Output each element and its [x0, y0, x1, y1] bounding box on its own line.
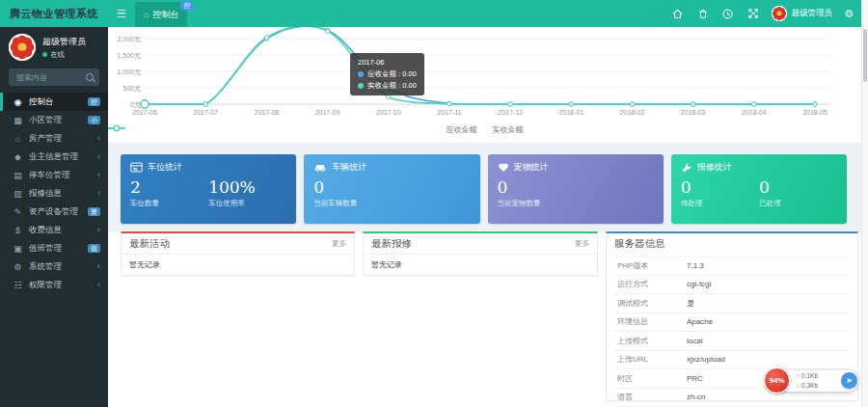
user-menu[interactable]: 超级管理员 [772, 6, 833, 21]
svg-text:1,000元: 1,000元 [117, 68, 141, 75]
server-info-label: 语言 [614, 392, 687, 402]
sidebar-item-asset[interactable]: ✎ 资产设备管理资 [0, 203, 108, 221]
svg-text:1,500元: 1,500元 [117, 52, 141, 59]
card-label: 车位数量 [130, 199, 208, 208]
svg-text:2017-09: 2017-09 [315, 109, 340, 116]
sidebar-item-label: 资产设备管理 [29, 206, 78, 218]
svg-text:2017-07: 2017-07 [193, 109, 218, 116]
tab-badge: 控 [180, 1, 193, 11]
sidebar-item-label: 收费信息 [29, 225, 62, 236]
svg-text:2018-04: 2018-04 [742, 109, 767, 116]
sidebar-item-house[interactable]: ⌂ 房产管理‹ [0, 129, 108, 148]
flower-logo [772, 6, 787, 21]
main-content: 0元500元1,000元1,500元2,000元2017-062017-0720… [108, 27, 861, 407]
chevron-left-icon: ‹ [97, 152, 100, 161]
search-icon[interactable] [86, 73, 94, 81]
sidebar-item-owner[interactable]: ☻ 业主信息管理‹ [0, 148, 108, 166]
sidebar-toggle-icon[interactable]: ☰ [108, 0, 135, 27]
system-icon: ⚙ [13, 262, 23, 272]
sidebar-item-permission[interactable]: ☷ 权限管理‹ [0, 276, 108, 294]
panel-latest-activity: 最新活动 更多 暂无记录 [121, 231, 355, 276]
menu-badge: 小 [88, 116, 100, 125]
house-icon: ⌂ [13, 134, 23, 144]
chart-legend: 应收金额 实收金额 [108, 124, 861, 135]
sidebar-item-dashboard[interactable]: ◉ 控制台控 [0, 93, 108, 111]
svg-text:2017-08: 2017-08 [255, 109, 280, 116]
server-info-value: 7.1.3 [687, 261, 704, 270]
owner-icon: ☻ [13, 152, 23, 162]
svg-text:2,000元: 2,000元 [117, 36, 141, 42]
chevron-left-icon: ‹ [97, 189, 100, 198]
search-input[interactable] [14, 72, 82, 83]
svg-text:2017-10: 2017-10 [376, 109, 401, 116]
tab-console-label: 控制台 [152, 9, 178, 21]
parking-icon: ▤ [13, 171, 23, 180]
server-info-label: 上传URL [614, 354, 687, 365]
upload-arrow-icon: ↑ [797, 372, 800, 379]
legend-label: 实收金额 [493, 124, 524, 135]
avatar [772, 6, 787, 21]
server-info-label: 运行方式 [614, 279, 687, 289]
sidebar-item-repair[interactable]: ▥ 报修信息‹ [0, 184, 108, 203]
card-label: 当前宠物数量 [498, 199, 576, 208]
sidebar-search [9, 68, 99, 86]
card-label: 待处理 [681, 199, 759, 208]
panel-title: 最新报修 [371, 237, 412, 251]
card-value: 100% [208, 178, 286, 198]
server-info-row: PHP版本 7.1.3 [614, 257, 850, 276]
asset-icon: ✎ [13, 207, 23, 217]
menu-badge: 值 [88, 244, 100, 254]
card-title: 宠物统计 [514, 161, 549, 174]
sidebar-item-label: 小区管理 [29, 115, 62, 126]
server-info-row: 调试模式 是 [614, 294, 850, 313]
card-value: 0 [498, 178, 576, 198]
menu-badge: 控 [88, 97, 100, 107]
card-title: 车位统计 [148, 161, 182, 174]
gear-icon[interactable]: ⚙ [844, 8, 854, 20]
fullscreen-icon[interactable] [746, 7, 760, 20]
server-info-value: PRC [687, 374, 703, 383]
more-link[interactable]: 更多 [332, 239, 346, 249]
online-status-dot [42, 52, 47, 57]
sidebar-item-parking[interactable]: ▤ 停车位管理‹ [0, 166, 108, 184]
more-link[interactable]: 更多 [575, 239, 589, 249]
tab-console[interactable]: ⌂ 控制台 控 [135, 2, 187, 27]
sidebar-item-fee[interactable]: $ 收费信息‹ [0, 221, 108, 239]
legend-item[interactable]: 应收金额 [447, 124, 477, 135]
chevron-left-icon: ‹ [97, 134, 100, 143]
svg-text:2017-12: 2017-12 [498, 109, 523, 116]
income-chart[interactable]: 0元500元1,000元1,500元2,000元2017-062017-0720… [108, 27, 861, 143]
server-info-value: xjxz/upload [687, 355, 725, 364]
app-title: 腾云物业管理系统 [0, 0, 108, 27]
server-info-row: 环境信息 Apache [614, 313, 850, 333]
server-info-value: local [687, 337, 702, 345]
svg-text:2018-02: 2018-02 [620, 109, 645, 116]
panel-title: 最新活动 [129, 237, 170, 251]
legend-marker [108, 124, 125, 132]
server-info-label: 调试模式 [614, 298, 687, 309]
sidebar-item-duty[interactable]: ▣ 值班管理值 [0, 239, 108, 258]
download-rate: 0.3Kb [801, 382, 818, 389]
sidebar-item-label: 系统管理 [29, 261, 62, 273]
clock-icon[interactable] [721, 7, 735, 20]
parking-stats-icon [130, 162, 143, 173]
permission-icon: ☷ [13, 281, 23, 290]
scrollbar-thumb[interactable] [863, 29, 867, 82]
download-arrow-icon: ↓ [797, 382, 800, 389]
sidebar-item-community[interactable]: ▦ 小区管理小 [0, 111, 108, 129]
boost-icon[interactable]: ➤ [841, 372, 857, 389]
svg-text:0元: 0元 [130, 101, 141, 108]
page-scrollbar[interactable] [861, 0, 868, 407]
home-icon: ⌂ [144, 10, 149, 19]
card-value: 0 [681, 178, 759, 198]
trash-icon[interactable] [696, 7, 710, 20]
card-value: 0 [313, 178, 392, 198]
chevron-left-icon: ‹ [97, 171, 100, 179]
top-navbar: 腾云物业管理系统 ☰ ⌂ 控制台 控 超级管理员 ⚙ [0, 0, 861, 27]
sidebar-menu: ◉ 控制台控▦ 小区管理小⌂ 房产管理‹☻ 业主信息管理‹▤ 停车位管理‹▥ 报… [0, 93, 108, 294]
server-info-label: 时区 [614, 373, 687, 384]
stat-card-pet: 宠物统计 0 当前宠物数量 [488, 154, 664, 224]
sidebar-item-system[interactable]: ⚙ 系统管理‹ [0, 258, 108, 276]
legend-item[interactable]: 实收金额 [493, 124, 524, 135]
home-icon[interactable] [671, 7, 685, 20]
